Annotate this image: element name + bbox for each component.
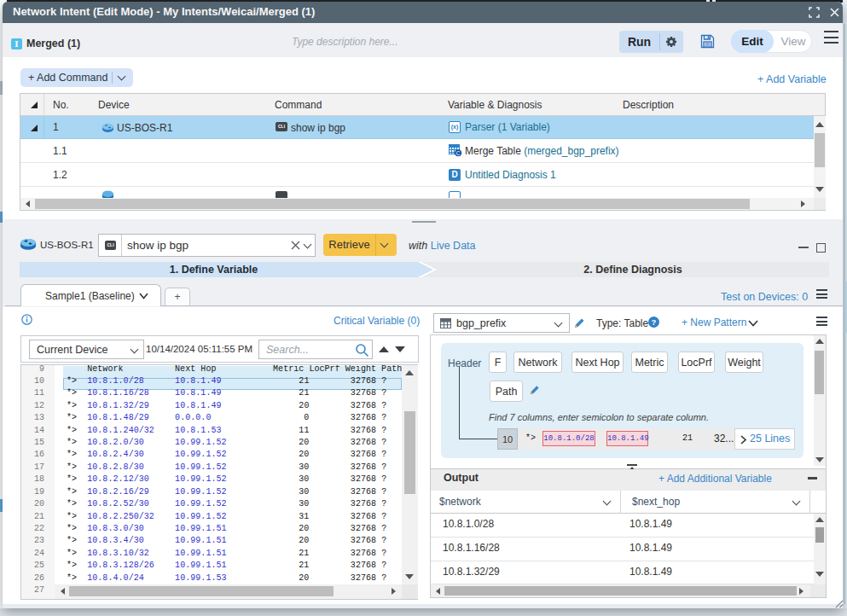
svg-text:C: C bbox=[456, 150, 461, 156]
